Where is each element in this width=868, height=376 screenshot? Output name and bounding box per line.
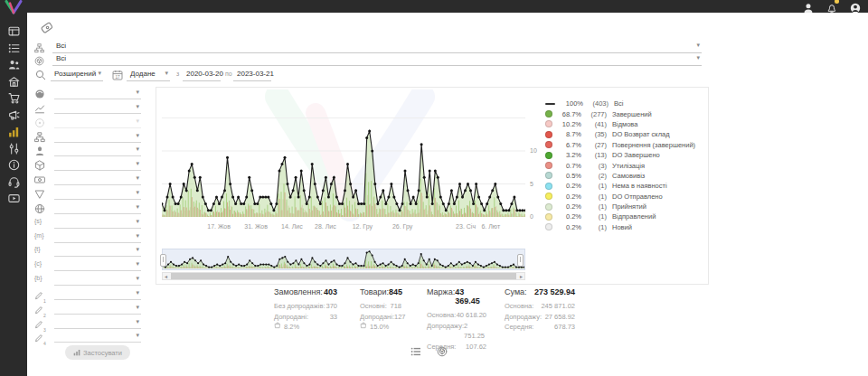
sidebar-item-support[interactable] bbox=[8, 175, 20, 187]
chevron-down-icon[interactable]: ▾ bbox=[136, 246, 139, 252]
chevron-down-icon[interactable]: ▾ bbox=[136, 203, 139, 210]
legend-item[interactable]: 3.2%(13)DO Завершено bbox=[545, 150, 695, 160]
chevron-down-icon[interactable]: ▾ bbox=[165, 70, 168, 76]
bag-icon bbox=[360, 322, 367, 333]
filter-value-input[interactable]: ▾ bbox=[54, 202, 141, 214]
filter-value-input[interactable]: ▾ bbox=[54, 216, 141, 229]
sidebar-item-orders[interactable] bbox=[8, 42, 20, 53]
chevron-down-icon[interactable]: ▾ bbox=[696, 42, 700, 48]
filter-value-input[interactable]: ▾ bbox=[54, 258, 141, 271]
chevron-down-icon[interactable]: ▾ bbox=[136, 174, 139, 181]
legend-marker bbox=[545, 172, 552, 179]
search-mode-select[interactable]: Розширений ▾ bbox=[51, 68, 103, 81]
filter-value-input[interactable]: ▾ bbox=[54, 330, 141, 343]
stat-subrow: Допродані:33 bbox=[274, 312, 337, 323]
legend-label: Нема в наявності bbox=[612, 182, 667, 190]
legend-marker bbox=[545, 103, 555, 105]
navigator-right-handle[interactable] bbox=[517, 254, 524, 267]
badge-value: 15.0% bbox=[370, 322, 389, 333]
sidebar-item-marketing[interactable] bbox=[8, 108, 20, 120]
orders-chart[interactable] bbox=[162, 89, 525, 218]
legend-item[interactable]: 0.2%(1)Відправлений bbox=[545, 212, 695, 221]
app-logo[interactable] bbox=[4, 0, 24, 19]
apply-button[interactable]: Застосувати bbox=[65, 345, 130, 360]
legend-item[interactable]: 0.5%(2)Самовивіз bbox=[545, 171, 695, 181]
user-icon[interactable] bbox=[803, 1, 814, 12]
filter-value-input[interactable]: ▾ bbox=[54, 101, 141, 114]
tag-icon[interactable] bbox=[40, 21, 54, 39]
chevron-down-icon[interactable]: ▾ bbox=[136, 132, 139, 138]
filter-row-sphere: ▾ bbox=[33, 87, 143, 100]
filter-value-input[interactable]: ▾ bbox=[54, 130, 141, 143]
chevron-down-icon[interactable]: ▾ bbox=[136, 89, 139, 95]
scrollbar-thumb[interactable] bbox=[171, 273, 516, 279]
stat-sublabel: Основні: bbox=[360, 301, 387, 312]
chevron-down-icon[interactable]: ▾ bbox=[136, 304, 139, 310]
legend-marker bbox=[545, 120, 552, 127]
filter-value-input[interactable]: ▾ bbox=[54, 87, 141, 99]
x-axis-label: 6. Лют bbox=[481, 223, 500, 230]
category-filter-input[interactable]: Всі ▾ bbox=[52, 40, 702, 53]
legend-item[interactable]: 68.7%(277)Завершений bbox=[545, 108, 695, 118]
legend-item[interactable]: 0.2%(1)Новий bbox=[545, 222, 695, 232]
sidebar-item-dashboard[interactable] bbox=[8, 24, 20, 36]
chevron-down-icon[interactable]: ▾ bbox=[136, 275, 139, 281]
stat-subvalue: 370 bbox=[326, 301, 337, 312]
chevron-down-icon[interactable]: ▾ bbox=[136, 160, 139, 166]
filter-value-input[interactable]: ▾ bbox=[54, 173, 141, 185]
filter-value-input[interactable]: ▾ bbox=[54, 116, 141, 128]
navigator-scrollbar[interactable]: ◂ ▸ bbox=[162, 272, 525, 280]
sidebar-item-analytics[interactable] bbox=[8, 125, 20, 136]
filter-value-input[interactable]: ▾ bbox=[54, 158, 141, 171]
search-icon[interactable] bbox=[35, 68, 46, 84]
chevron-down-icon[interactable]: ▾ bbox=[136, 318, 139, 324]
sidebar-item-store[interactable] bbox=[8, 75, 20, 87]
notifications-bell-icon[interactable] bbox=[826, 1, 837, 12]
sidebar-item-cart[interactable] bbox=[8, 91, 20, 103]
legend-item[interactable]: 0.2%(1)DO Отправлено bbox=[545, 192, 695, 202]
filter-value-input[interactable]: ▾ bbox=[54, 316, 141, 329]
chevron-down-icon[interactable]: ▾ bbox=[136, 218, 139, 224]
product-filter-input[interactable]: Всі ▾ bbox=[52, 52, 702, 66]
chevron-down-icon[interactable]: ▾ bbox=[136, 189, 139, 195]
chevron-down-icon[interactable]: ▾ bbox=[136, 103, 139, 109]
sidebar-item-settings[interactable] bbox=[8, 142, 20, 154]
chevron-down-icon[interactable]: ▾ bbox=[136, 118, 139, 124]
list-view-icon[interactable] bbox=[410, 344, 421, 355]
legend-item[interactable]: 0.7%(3)Утилізація bbox=[545, 160, 695, 170]
legend-item[interactable]: 100%(403)Всі bbox=[545, 99, 695, 108]
product-view-icon[interactable] bbox=[437, 344, 448, 355]
date-from-input[interactable]: 2020-03-20 bbox=[183, 68, 221, 81]
navigator-left-handle[interactable] bbox=[160, 254, 166, 267]
chevron-down-icon[interactable]: ▾ bbox=[696, 54, 700, 61]
legend-item[interactable]: 0.2%(1)Нема в наявності bbox=[545, 181, 695, 191]
filter-value-input[interactable]: ▾ bbox=[54, 287, 141, 300]
filter-value-input[interactable]: ▾ bbox=[54, 273, 141, 286]
filter-value-input[interactable]: ▾ bbox=[54, 302, 141, 315]
chevron-down-icon[interactable]: ▾ bbox=[136, 332, 139, 338]
legend-item[interactable]: 6.7%(27)Повернення (завершений) bbox=[545, 140, 695, 150]
sidebar-item-info[interactable] bbox=[8, 158, 20, 170]
chevron-down-icon[interactable]: ▾ bbox=[136, 260, 139, 267]
legend-item[interactable]: 0.2%(1)Прийнятий bbox=[545, 202, 695, 212]
chevron-down-icon[interactable]: ▾ bbox=[136, 289, 139, 296]
chevron-down-icon[interactable]: ▾ bbox=[136, 146, 139, 152]
profile-avatar-icon[interactable] bbox=[850, 1, 861, 12]
stat-subrow: Допродані:127 bbox=[360, 312, 401, 323]
filter-value-input[interactable]: ▾ bbox=[54, 230, 141, 243]
filter-value-input[interactable]: ▾ bbox=[54, 187, 141, 200]
sidebar-item-video[interactable] bbox=[8, 192, 20, 203]
legend-item[interactable]: 8.7%(35)DO Возврат склад bbox=[545, 129, 695, 139]
legend-item[interactable]: 10.2%(41)Відмова bbox=[545, 119, 695, 129]
sidebar-item-customers[interactable] bbox=[8, 58, 20, 70]
scroll-left-arrow-icon[interactable]: ◂ bbox=[165, 273, 167, 280]
chevron-down-icon[interactable]: ▾ bbox=[98, 70, 101, 76]
x-axis-label: 23. Січ bbox=[456, 223, 476, 230]
date-field-select[interactable]: Додане ▾ bbox=[127, 68, 170, 81]
scroll-right-arrow-icon[interactable]: ▸ bbox=[520, 273, 523, 280]
chevron-down-icon[interactable]: ▾ bbox=[136, 232, 139, 239]
chart-navigator[interactable] bbox=[162, 249, 525, 270]
filter-value-input[interactable]: ▾ bbox=[54, 144, 141, 156]
date-to-input[interactable]: 2023-03-21 bbox=[233, 68, 271, 81]
filter-value-input[interactable]: ▾ bbox=[54, 244, 141, 257]
